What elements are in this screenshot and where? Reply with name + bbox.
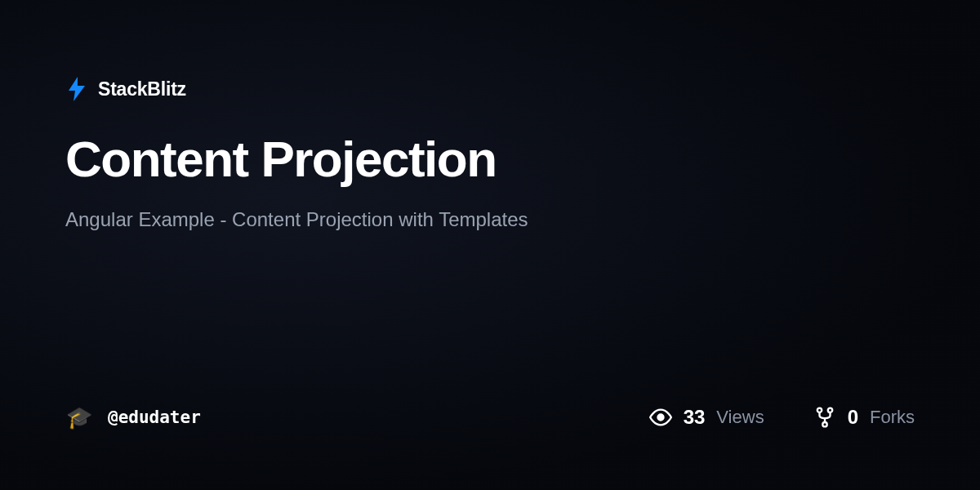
author-username: @edudater [108,408,201,427]
forks-stat: 0 Forks [813,406,915,429]
footer-row: 🎓 @edudater 33 Views [65,403,915,431]
svg-point-3 [822,422,826,426]
svg-point-1 [817,408,821,412]
author-section[interactable]: 🎓 @edudater [65,403,201,431]
project-description: Angular Example - Content Projection wit… [65,208,915,231]
svg-point-2 [827,408,831,412]
stats-section: 33 Views 0 Forks [649,406,915,429]
views-label: Views [716,407,764,428]
svg-point-0 [657,415,663,421]
author-avatar: 🎓 [65,403,93,431]
views-value: 33 [684,406,706,429]
views-stat: 33 Views [649,406,764,429]
brand-row: StackBlitz [65,78,915,100]
content-card: StackBlitz Content Projection Angular Ex… [0,0,980,490]
eye-icon [649,406,672,429]
forks-label: Forks [870,407,915,428]
fork-icon [813,406,836,429]
bolt-icon [65,78,88,100]
forks-value: 0 [848,406,858,429]
brand-name: StackBlitz [98,78,186,100]
project-title: Content Projection [65,131,915,187]
